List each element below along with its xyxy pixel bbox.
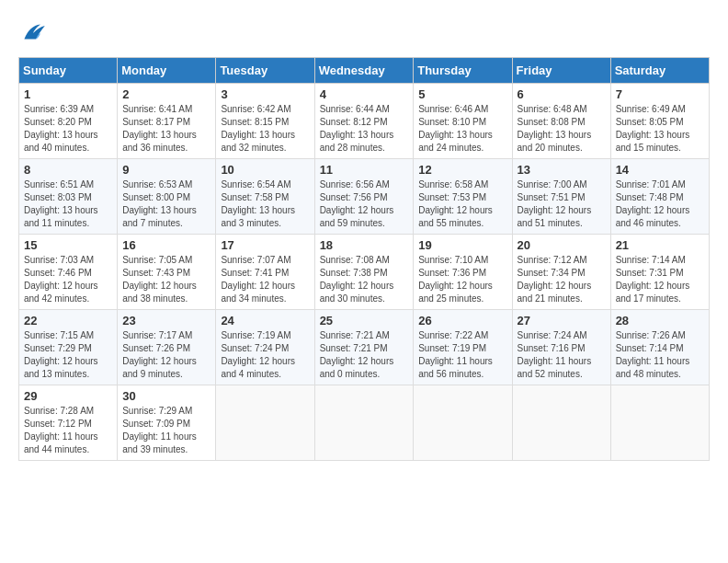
day-info: Sunrise: 7:22 AM Sunset: 7:19 PM Dayligh…	[418, 329, 506, 381]
day-number: 26	[418, 314, 506, 327]
calendar-table: SundayMondayTuesdayWednesdayThursdayFrid…	[18, 57, 710, 461]
calendar-cell: 17 Sunrise: 7:07 AM Sunset: 7:41 PM Dayl…	[216, 235, 314, 310]
day-number: 15	[24, 238, 112, 252]
day-number: 2	[122, 87, 210, 101]
day-number: 4	[320, 87, 409, 101]
calendar-cell	[512, 385, 610, 461]
calendar-cell: 2 Sunrise: 6:41 AM Sunset: 8:17 PM Dayli…	[118, 84, 216, 159]
calendar-cell: 25 Sunrise: 7:21 AM Sunset: 7:21 PM Dayl…	[314, 310, 414, 385]
day-number: 18	[320, 238, 409, 252]
day-info: Sunrise: 7:26 AM Sunset: 7:14 PM Dayligh…	[616, 329, 704, 381]
day-number: 16	[122, 238, 210, 252]
calendar-week-2: 15 Sunrise: 7:03 AM Sunset: 7:46 PM Dayl…	[19, 235, 710, 310]
day-info: Sunrise: 7:14 AM Sunset: 7:31 PM Dayligh…	[616, 254, 704, 305]
day-number: 30	[122, 389, 210, 403]
calendar-cell: 7 Sunrise: 6:49 AM Sunset: 8:05 PM Dayli…	[610, 84, 709, 159]
day-number: 21	[616, 238, 704, 252]
calendar-cell: 3 Sunrise: 6:42 AM Sunset: 8:15 PM Dayli…	[216, 84, 314, 159]
weekday-header-sunday: Sunday	[19, 58, 118, 84]
day-number: 3	[221, 87, 309, 101]
day-info: Sunrise: 6:39 AM Sunset: 8:20 PM Dayligh…	[24, 103, 112, 155]
day-number: 14	[616, 163, 704, 177]
calendar-cell: 24 Sunrise: 7:19 AM Sunset: 7:24 PM Dayl…	[216, 310, 314, 385]
day-info: Sunrise: 7:19 AM Sunset: 7:24 PM Dayligh…	[221, 329, 309, 381]
calendar-cell: 5 Sunrise: 6:46 AM Sunset: 8:10 PM Dayli…	[414, 84, 512, 159]
weekday-header-wednesday: Wednesday	[314, 58, 414, 84]
calendar-cell	[610, 385, 709, 461]
calendar-cell: 11 Sunrise: 6:56 AM Sunset: 7:56 PM Dayl…	[314, 159, 414, 235]
day-info: Sunrise: 6:54 AM Sunset: 7:58 PM Dayligh…	[221, 178, 309, 230]
day-info: Sunrise: 7:17 AM Sunset: 7:26 PM Dayligh…	[122, 329, 210, 381]
day-number: 22	[24, 314, 112, 327]
weekday-row: SundayMondayTuesdayWednesdayThursdayFrid…	[19, 58, 710, 84]
weekday-header-friday: Friday	[512, 58, 610, 84]
day-number: 13	[518, 163, 606, 177]
day-info: Sunrise: 7:05 AM Sunset: 7:43 PM Dayligh…	[122, 254, 210, 305]
day-info: Sunrise: 6:44 AM Sunset: 8:12 PM Dayligh…	[320, 103, 409, 155]
weekday-header-thursday: Thursday	[414, 58, 512, 84]
logo-icon	[18, 18, 48, 48]
day-number: 23	[122, 314, 210, 327]
calendar-cell: 1 Sunrise: 6:39 AM Sunset: 8:20 PM Dayli…	[19, 84, 118, 159]
day-number: 9	[122, 163, 210, 177]
calendar-week-1: 8 Sunrise: 6:51 AM Sunset: 8:03 PM Dayli…	[19, 159, 710, 235]
calendar-cell: 26 Sunrise: 7:22 AM Sunset: 7:19 PM Dayl…	[414, 310, 512, 385]
day-number: 11	[320, 163, 409, 177]
day-info: Sunrise: 7:29 AM Sunset: 7:09 PM Dayligh…	[122, 405, 210, 456]
calendar-cell	[414, 385, 512, 461]
calendar-week-3: 22 Sunrise: 7:15 AM Sunset: 7:29 PM Dayl…	[19, 310, 710, 385]
logo	[18, 18, 51, 48]
day-info: Sunrise: 7:24 AM Sunset: 7:16 PM Dayligh…	[518, 329, 606, 381]
day-info: Sunrise: 7:28 AM Sunset: 7:12 PM Dayligh…	[24, 405, 112, 456]
page-header	[18, 18, 710, 48]
calendar-cell	[216, 385, 314, 461]
day-number: 10	[221, 163, 309, 177]
day-info: Sunrise: 7:01 AM Sunset: 7:48 PM Dayligh…	[616, 178, 704, 230]
day-number: 19	[418, 238, 506, 252]
day-info: Sunrise: 6:41 AM Sunset: 8:17 PM Dayligh…	[122, 103, 210, 155]
day-info: Sunrise: 7:15 AM Sunset: 7:29 PM Dayligh…	[24, 329, 112, 381]
calendar-cell: 19 Sunrise: 7:10 AM Sunset: 7:36 PM Dayl…	[414, 235, 512, 310]
calendar-cell: 8 Sunrise: 6:51 AM Sunset: 8:03 PM Dayli…	[19, 159, 118, 235]
day-info: Sunrise: 6:42 AM Sunset: 8:15 PM Dayligh…	[221, 103, 309, 155]
calendar-cell: 23 Sunrise: 7:17 AM Sunset: 7:26 PM Dayl…	[118, 310, 216, 385]
day-number: 28	[616, 314, 704, 327]
calendar-cell: 27 Sunrise: 7:24 AM Sunset: 7:16 PM Dayl…	[512, 310, 610, 385]
day-info: Sunrise: 6:48 AM Sunset: 8:08 PM Dayligh…	[518, 103, 606, 155]
calendar-cell: 13 Sunrise: 7:00 AM Sunset: 7:51 PM Dayl…	[512, 159, 610, 235]
calendar-cell: 22 Sunrise: 7:15 AM Sunset: 7:29 PM Dayl…	[19, 310, 118, 385]
calendar-cell: 16 Sunrise: 7:05 AM Sunset: 7:43 PM Dayl…	[118, 235, 216, 310]
calendar-cell: 18 Sunrise: 7:08 AM Sunset: 7:38 PM Dayl…	[314, 235, 414, 310]
day-info: Sunrise: 7:12 AM Sunset: 7:34 PM Dayligh…	[518, 254, 606, 305]
calendar-cell: 6 Sunrise: 6:48 AM Sunset: 8:08 PM Dayli…	[512, 84, 610, 159]
day-number: 7	[616, 87, 704, 101]
calendar-cell: 21 Sunrise: 7:14 AM Sunset: 7:31 PM Dayl…	[610, 235, 709, 310]
day-info: Sunrise: 6:46 AM Sunset: 8:10 PM Dayligh…	[418, 103, 506, 155]
calendar-cell: 10 Sunrise: 6:54 AM Sunset: 7:58 PM Dayl…	[216, 159, 314, 235]
day-number: 27	[518, 314, 606, 327]
calendar-cell: 29 Sunrise: 7:28 AM Sunset: 7:12 PM Dayl…	[19, 385, 118, 461]
day-info: Sunrise: 6:51 AM Sunset: 8:03 PM Dayligh…	[24, 178, 112, 230]
day-number: 6	[518, 87, 606, 101]
day-number: 12	[418, 163, 506, 177]
calendar-cell: 4 Sunrise: 6:44 AM Sunset: 8:12 PM Dayli…	[314, 84, 414, 159]
day-info: Sunrise: 7:07 AM Sunset: 7:41 PM Dayligh…	[221, 254, 309, 305]
day-number: 24	[221, 314, 309, 327]
day-info: Sunrise: 7:08 AM Sunset: 7:38 PM Dayligh…	[320, 254, 409, 305]
calendar-week-0: 1 Sunrise: 6:39 AM Sunset: 8:20 PM Dayli…	[19, 84, 710, 159]
calendar-week-4: 29 Sunrise: 7:28 AM Sunset: 7:12 PM Dayl…	[19, 385, 710, 461]
day-number: 25	[320, 314, 409, 327]
day-info: Sunrise: 7:10 AM Sunset: 7:36 PM Dayligh…	[418, 254, 506, 305]
day-number: 8	[24, 163, 112, 177]
calendar-cell: 9 Sunrise: 6:53 AM Sunset: 8:00 PM Dayli…	[118, 159, 216, 235]
day-info: Sunrise: 6:49 AM Sunset: 8:05 PM Dayligh…	[616, 103, 704, 155]
day-number: 17	[221, 238, 309, 252]
day-number: 20	[518, 238, 606, 252]
calendar-cell: 20 Sunrise: 7:12 AM Sunset: 7:34 PM Dayl…	[512, 235, 610, 310]
day-number: 1	[24, 87, 112, 101]
calendar-cell: 12 Sunrise: 6:58 AM Sunset: 7:53 PM Dayl…	[414, 159, 512, 235]
calendar-cell: 15 Sunrise: 7:03 AM Sunset: 7:46 PM Dayl…	[19, 235, 118, 310]
weekday-header-monday: Monday	[118, 58, 216, 84]
calendar-body: 1 Sunrise: 6:39 AM Sunset: 8:20 PM Dayli…	[19, 84, 710, 461]
calendar-cell: 14 Sunrise: 7:01 AM Sunset: 7:48 PM Dayl…	[610, 159, 709, 235]
